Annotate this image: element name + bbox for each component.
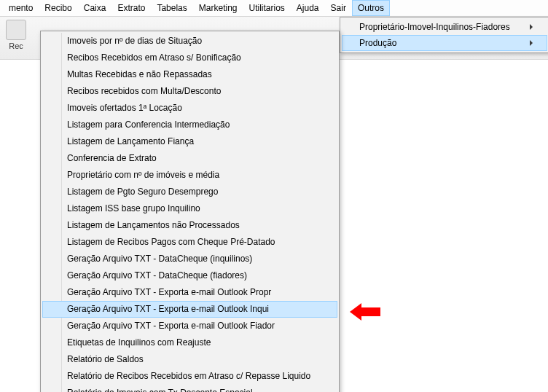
submenu-outros: Proprietário-Imovel-Inquilinos-Fiadores … bbox=[340, 17, 548, 53]
arrow-head-icon bbox=[350, 303, 361, 321]
chevron-right-icon bbox=[530, 40, 533, 46]
menu-item-marketing[interactable]: Marketing bbox=[193, 0, 243, 16]
chevron-right-icon bbox=[530, 24, 533, 30]
list-item[interactable]: Geração Arquivo TXT - Exporta e-mail Out… bbox=[42, 318, 337, 334]
list-item[interactable]: Relatório de Imoveis com Tx Desconto Esp… bbox=[42, 385, 337, 392]
menu-item-recibo[interactable]: Recibo bbox=[39, 0, 77, 16]
list-item[interactable]: Recibos Recebidos em Atraso s/ Bonificaç… bbox=[42, 50, 337, 66]
list-item-highlighted[interactable]: Geração Arquivo TXT - Exporta e-mail Out… bbox=[42, 301, 337, 318]
list-item[interactable]: Etiquetas de Inquilinos com Reajuste bbox=[42, 334, 337, 351]
list-item[interactable]: Imoveis por nº de dias de Situação bbox=[42, 33, 337, 50]
menu-item-caixa[interactable]: Caixa bbox=[78, 0, 112, 16]
list-item[interactable]: Proprietário com nº de imóveis e média bbox=[42, 167, 337, 184]
toolbar-icon bbox=[6, 20, 26, 40]
list-item[interactable]: Listagem de Lançamentos não Processados bbox=[42, 217, 337, 234]
list-item[interactable]: Listagem ISS base grupo Inquilino bbox=[42, 200, 337, 217]
dropdown-producao: Imoveis por nº de dias de Situação Recib… bbox=[40, 31, 340, 392]
list-item[interactable]: Relatório de Recibos Recebidos em Atraso… bbox=[42, 368, 337, 385]
menu-item-extrato[interactable]: Extrato bbox=[111, 0, 151, 16]
submenu-item-label: Produção bbox=[359, 38, 396, 48]
list-item[interactable]: Imoveis ofertados 1ª Locação bbox=[42, 100, 337, 117]
list-item[interactable]: Listagem para Conferencia Intermediação bbox=[42, 117, 337, 133]
list-item[interactable]: Multas Recebidas e não Repassadas bbox=[42, 66, 337, 83]
menubar: mento Recibo Caixa Extrato Tabelas Marke… bbox=[0, 0, 548, 17]
list-item[interactable]: Listagem de Pgto Seguro Desemprego bbox=[42, 184, 337, 200]
arrow-shaft bbox=[361, 307, 380, 316]
menu-item-ajuda[interactable]: Ajuda bbox=[291, 0, 325, 16]
annotation-arrow bbox=[350, 303, 380, 321]
list-item[interactable]: Conferencia de Extrato bbox=[42, 150, 337, 167]
list-item[interactable]: Geração Arquivo TXT - DataCheque (fiador… bbox=[42, 267, 337, 284]
menu-item-outros[interactable]: Outros bbox=[352, 0, 390, 16]
list-item[interactable]: Listagem de Lançamento Fiança bbox=[42, 133, 337, 150]
submenu-item-label: Proprietário-Imovel-Inquilinos-Fiadores bbox=[359, 22, 510, 32]
menu-item-sair[interactable]: Sair bbox=[325, 0, 352, 16]
toolbar-button-rec[interactable]: Rec bbox=[6, 20, 26, 50]
list-item[interactable]: Relatório de Saldos bbox=[42, 351, 337, 368]
menu-item-mento[interactable]: mento bbox=[3, 0, 39, 16]
list-item[interactable]: Recibos recebidos com Multa/Desconto bbox=[42, 83, 337, 100]
list-item[interactable]: Geração Arquivo TXT - Exporta e-mail Out… bbox=[42, 284, 337, 301]
menu-item-utilitarios[interactable]: Utilitarios bbox=[243, 0, 290, 16]
list-item[interactable]: Geração Arquivo TXT - DataCheque (inquil… bbox=[42, 251, 337, 267]
submenu-item-producao[interactable]: Produção bbox=[342, 35, 547, 51]
toolbar-label: Rec bbox=[9, 42, 23, 50]
submenu-item-proprietario[interactable]: Proprietário-Imovel-Inquilinos-Fiadores bbox=[342, 19, 547, 35]
menu-item-tabelas[interactable]: Tabelas bbox=[151, 0, 192, 16]
list-item[interactable]: Listagem de Recibos Pagos com Cheque Pré… bbox=[42, 234, 337, 251]
